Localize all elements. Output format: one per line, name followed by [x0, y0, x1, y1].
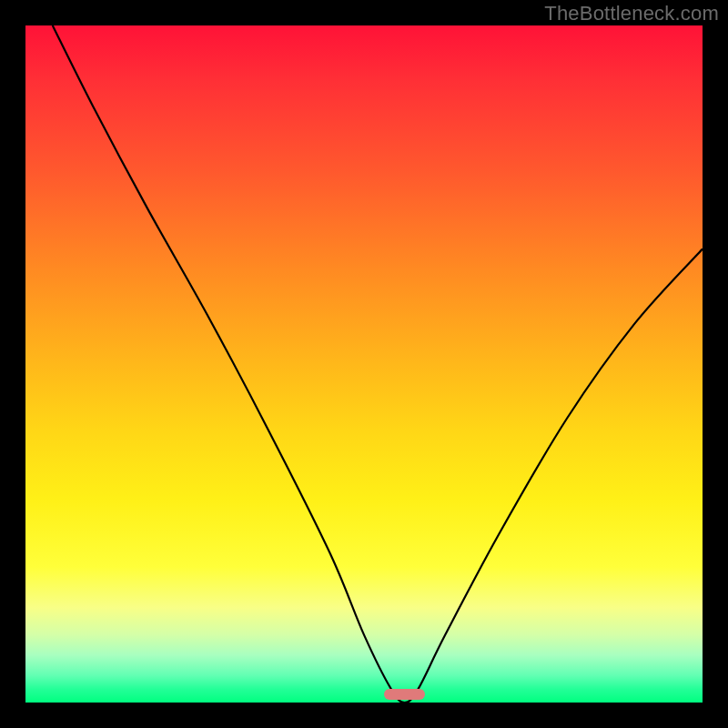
watermark-label: TheBottleneck.com [544, 2, 719, 25]
plot-area [25, 25, 703, 703]
bottleneck-curve [25, 25, 703, 703]
chart-container: TheBottleneck.com [0, 0, 728, 728]
optimal-range-marker [384, 689, 425, 700]
